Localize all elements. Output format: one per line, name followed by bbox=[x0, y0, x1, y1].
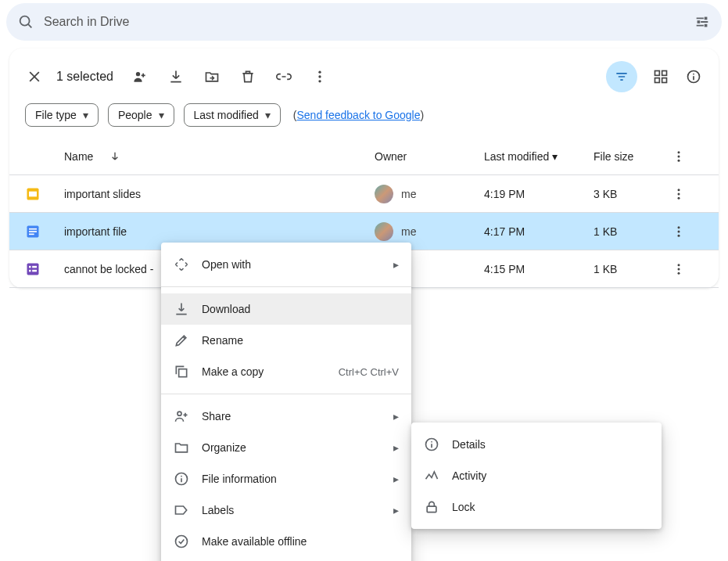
row-more-button[interactable] bbox=[672, 225, 711, 239]
move-button[interactable] bbox=[203, 67, 221, 86]
menu-divider bbox=[161, 394, 411, 394]
copy-icon bbox=[174, 364, 189, 379]
modified-label: 4:15 PM bbox=[484, 263, 594, 275]
info-button[interactable] bbox=[684, 67, 703, 86]
file-info-submenu: Details Activity Lock bbox=[411, 423, 662, 529]
file-name: important file bbox=[64, 225, 375, 238]
svg-rect-22 bbox=[29, 191, 37, 196]
size-label: 1 KB bbox=[594, 225, 672, 238]
menu-offline[interactable]: Make available offline bbox=[161, 526, 411, 557]
size-label: 3 KB bbox=[594, 188, 672, 200]
sort-arrow-down-icon bbox=[109, 150, 121, 163]
submenu-lock[interactable]: Lock bbox=[411, 491, 662, 523]
share-button[interactable] bbox=[131, 67, 149, 86]
svg-rect-14 bbox=[662, 78, 667, 83]
chevron-right-icon: ▸ bbox=[393, 441, 399, 454]
column-owner[interactable]: Owner bbox=[375, 150, 484, 163]
column-last-modified[interactable]: Last modified ▾ bbox=[484, 150, 594, 163]
svg-point-9 bbox=[318, 75, 321, 77]
svg-point-31 bbox=[678, 230, 680, 232]
link-button[interactable] bbox=[274, 67, 293, 86]
chip-label: People bbox=[118, 109, 152, 121]
svg-rect-37 bbox=[32, 269, 37, 272]
size-label: 1 KB bbox=[594, 263, 672, 275]
menu-share[interactable]: Share ▸ bbox=[161, 401, 411, 432]
modified-label: 4:19 PM bbox=[484, 188, 594, 200]
download-icon bbox=[174, 301, 189, 317]
close-selection-button[interactable] bbox=[25, 67, 44, 86]
menu-file-information[interactable]: File information ▸ bbox=[161, 463, 411, 494]
svg-point-7 bbox=[136, 72, 140, 76]
search-icon bbox=[17, 13, 34, 31]
row-more-button[interactable] bbox=[672, 187, 711, 201]
svg-rect-28 bbox=[29, 231, 37, 232]
share-icon bbox=[174, 408, 189, 424]
svg-point-17 bbox=[693, 74, 694, 75]
svg-rect-36 bbox=[29, 269, 31, 272]
chevron-down-icon: ▾ bbox=[265, 109, 271, 121]
svg-rect-35 bbox=[32, 265, 37, 268]
svg-rect-12 bbox=[662, 71, 667, 76]
download-button[interactable] bbox=[167, 67, 185, 86]
menu-rename[interactable]: Rename bbox=[161, 325, 411, 356]
filter-chip-row: File type ▾ People ▾ Last modified ▾ (Se… bbox=[9, 99, 719, 138]
feedback-text: (Send feedback to Google) bbox=[293, 109, 424, 121]
avatar bbox=[375, 222, 393, 241]
svg-rect-41 bbox=[179, 369, 187, 377]
menu-divider bbox=[161, 286, 411, 287]
svg-rect-50 bbox=[427, 506, 436, 512]
filter-toggle-button[interactable] bbox=[606, 61, 637, 92]
svg-rect-3 bbox=[698, 20, 701, 23]
selection-count: 1 selected bbox=[56, 70, 113, 84]
search-input[interactable] bbox=[44, 15, 694, 29]
menu-organize[interactable]: Organize ▸ bbox=[161, 432, 411, 463]
offline-icon bbox=[174, 534, 189, 549]
menu-open-with[interactable]: Open with ▸ bbox=[161, 249, 411, 280]
svg-rect-4 bbox=[705, 24, 708, 27]
column-file-size[interactable]: File size bbox=[594, 150, 672, 163]
svg-point-45 bbox=[181, 476, 182, 477]
svg-point-46 bbox=[176, 536, 188, 548]
folder-icon bbox=[174, 440, 189, 455]
svg-rect-11 bbox=[655, 71, 660, 76]
svg-point-25 bbox=[678, 196, 680, 199]
svg-point-24 bbox=[678, 192, 680, 195]
people-chip[interactable]: People ▾ bbox=[108, 103, 174, 127]
more-actions-button[interactable] bbox=[310, 67, 329, 86]
svg-point-8 bbox=[318, 71, 321, 74]
owner-label: me bbox=[401, 225, 416, 238]
context-menu: Open with ▸ Download Rename Make a copy … bbox=[161, 243, 411, 561]
lock-icon bbox=[424, 499, 439, 515]
svg-point-19 bbox=[678, 155, 680, 157]
submenu-details[interactable]: Details bbox=[411, 429, 662, 460]
file-type-chip[interactable]: File type ▾ bbox=[25, 103, 99, 127]
chip-label: File type bbox=[35, 109, 77, 121]
menu-labels[interactable]: Labels ▸ bbox=[161, 494, 411, 526]
svg-point-40 bbox=[678, 272, 680, 274]
svg-point-18 bbox=[678, 151, 680, 153]
row-more-button[interactable] bbox=[672, 262, 711, 276]
search-options-icon[interactable] bbox=[694, 13, 711, 31]
info-icon bbox=[174, 471, 189, 487]
header-more-button[interactable] bbox=[672, 149, 711, 164]
open-with-icon bbox=[174, 257, 189, 272]
svg-rect-34 bbox=[29, 265, 31, 268]
delete-button[interactable] bbox=[238, 67, 257, 86]
search-bar[interactable] bbox=[6, 3, 722, 41]
submenu-activity[interactable]: Activity bbox=[411, 460, 662, 491]
svg-line-1 bbox=[28, 24, 31, 27]
last-modified-chip[interactable]: Last modified ▾ bbox=[184, 103, 281, 127]
menu-download[interactable]: Download bbox=[161, 293, 411, 325]
slides-file-icon bbox=[25, 186, 64, 202]
svg-rect-2 bbox=[705, 17, 708, 20]
avatar bbox=[375, 185, 393, 203]
svg-point-42 bbox=[178, 412, 181, 415]
table-row[interactable]: important slides me 4:19 PM 3 KB bbox=[9, 175, 719, 213]
column-name[interactable]: Name bbox=[34, 150, 375, 163]
shortcut-label: Ctrl+C Ctrl+V bbox=[339, 366, 399, 378]
svg-rect-33 bbox=[27, 263, 39, 275]
info-icon bbox=[424, 437, 439, 452]
menu-make-copy[interactable]: Make a copy Ctrl+C Ctrl+V bbox=[161, 356, 411, 387]
feedback-link[interactable]: Send feedback to Google bbox=[296, 109, 420, 121]
grid-view-button[interactable] bbox=[651, 67, 670, 86]
